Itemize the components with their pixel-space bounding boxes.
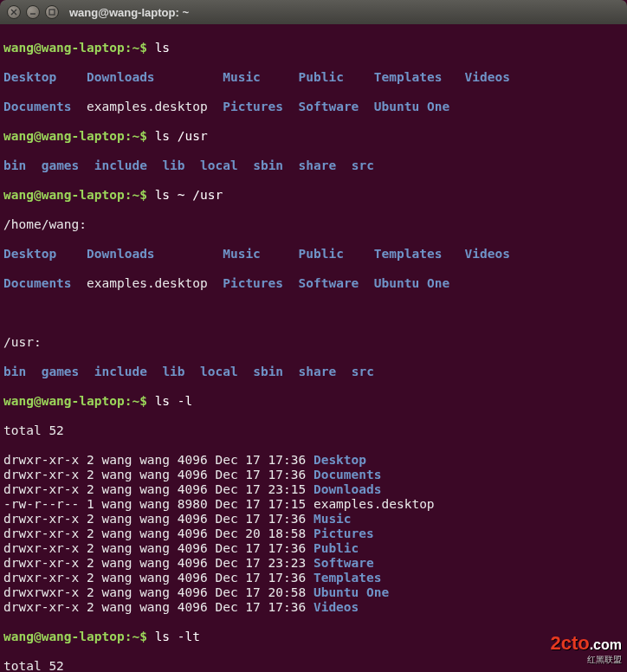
directory-name: Public	[314, 541, 359, 555]
directory-name: Templates	[314, 571, 382, 585]
total-line: total 52	[3, 659, 624, 672]
ls-output-row2: Documents examples.desktop Pictures Soft…	[3, 276, 624, 291]
ls-long-row: drwxr-xr-x 2 wang wang 4096 Dec 17 17:36…	[3, 468, 624, 482]
ls-output-row1: Desktop Downloads Music Public Templates…	[3, 247, 624, 262]
close-icon[interactable]	[7, 5, 21, 19]
ls-long-row: drwxr-xr-x 2 wang wang 4096 Dec 17 17:36…	[3, 571, 624, 585]
terminal-body[interactable]: wang@wang-laptop:~$ ls Desktop Downloads…	[0, 24, 627, 672]
ls-output-row1: Desktop Downloads Music Public Templates…	[3, 70, 624, 85]
svg-rect-0	[49, 10, 55, 15]
usr-header: /usr:	[3, 335, 624, 350]
file-name: examples.desktop	[314, 497, 435, 511]
maximize-icon[interactable]	[45, 5, 59, 19]
prompt-line: wang@wang-laptop:~$ ls /usr	[3, 129, 624, 144]
directory-name: Pictures	[314, 527, 374, 540]
directory-name: Music	[314, 512, 352, 526]
ls-long-row: drwxr-xr-x 2 wang wang 4096 Dec 17 17:36…	[3, 541, 624, 556]
directory-name: Ubuntu One	[314, 585, 389, 599]
command-ls-usr: ls /usr	[155, 129, 208, 143]
ls-long-row: drwxr-xr-x 2 wang wang 4096 Dec 17 17:36…	[3, 512, 624, 527]
command-ls: ls	[155, 41, 170, 55]
window-titlebar: wang@wang-laptop: ~	[0, 0, 627, 24]
watermark: 2cto.com 红黑联盟	[550, 636, 622, 667]
prompt-line: wang@wang-laptop:~$ ls -lt	[3, 630, 624, 644]
ls-long-row: drwxr-xr-x 2 wang wang 4096 Dec 17 17:36…	[3, 453, 624, 468]
directory-name: Software	[314, 556, 374, 570]
ls-long-row: drwxr-xr-x 2 wang wang 4096 Dec 17 17:36…	[3, 600, 624, 615]
ls-long-row: drwxr-xr-x 2 wang wang 4096 Dec 20 18:58…	[3, 527, 624, 541]
command-ls-lt: ls -lt	[155, 630, 200, 643]
window-title: wang@wang-laptop: ~	[69, 5, 189, 20]
ls-long-row: drwxr-xr-x 2 wang wang 4096 Dec 17 23:15…	[3, 482, 624, 497]
directory-name: Desktop	[314, 453, 366, 467]
ls-long-row: drwxr-xr-x 2 wang wang 4096 Dec 17 23:23…	[3, 556, 624, 571]
ls-output-row2: Documents examples.desktop Pictures Soft…	[3, 100, 624, 114]
prompt-line: wang@wang-laptop:~$ ls -l	[3, 394, 624, 409]
home-header: /home/wang:	[3, 217, 624, 232]
prompt-line: wang@wang-laptop:~$ ls	[3, 41, 624, 55]
command-ls-l: ls -l	[155, 394, 193, 408]
ls-usr-output: bin games include lib local sbin share s…	[3, 158, 624, 173]
total-line: total 52	[3, 423, 624, 438]
prompt-path: ~	[132, 41, 139, 55]
command-ls-home-usr: ls ~ /usr	[155, 188, 223, 202]
ls-long-row: drwxrwxr-x 2 wang wang 4096 Dec 17 20:58…	[3, 585, 624, 600]
directory-name: Documents	[314, 468, 382, 481]
prompt-userhost: wang@wang-laptop	[3, 41, 125, 55]
directory-name: Videos	[314, 600, 359, 614]
minimize-icon[interactable]	[26, 5, 40, 19]
prompt-line: wang@wang-laptop:~$ ls ~ /usr	[3, 188, 624, 203]
ls-usr-output: bin games include lib local sbin share s…	[3, 365, 624, 379]
directory-name: Downloads	[314, 482, 382, 496]
ls-long-row: -rw-r--r-- 1 wang wang 8980 Dec 17 17:15…	[3, 497, 624, 512]
